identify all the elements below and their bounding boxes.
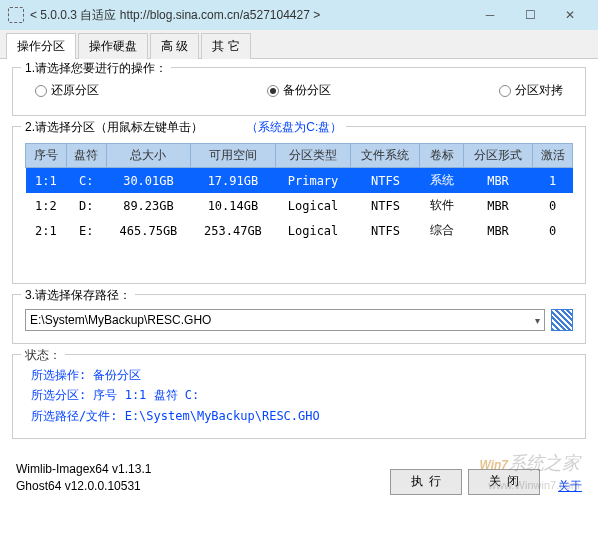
- col-2[interactable]: 总大小: [106, 144, 190, 168]
- tab-advanced[interactable]: 高 级: [150, 33, 199, 59]
- app-icon: [8, 7, 24, 23]
- maximize-button[interactable]: ☐: [510, 1, 550, 29]
- radio-restore[interactable]: 还原分区: [35, 82, 99, 99]
- execute-button[interactable]: 执行: [390, 469, 462, 495]
- version-ghost: Ghost64 v12.0.0.10531: [16, 478, 384, 495]
- col-4[interactable]: 分区类型: [275, 144, 351, 168]
- radio-copy[interactable]: 分区对拷: [499, 82, 563, 99]
- close-button[interactable]: ✕: [550, 1, 590, 29]
- version-block: Wimlib-Imagex64 v1.13.1 Ghost64 v12.0.0.…: [16, 461, 384, 495]
- path-label: 3.请选择保存路径：: [21, 287, 135, 304]
- radio-restore-label: 还原分区: [51, 82, 99, 99]
- partition-group: 2.请选择分区（用鼠标左键单击） （系统盘为C:盘） 序号盘符总大小可用空间分区…: [12, 126, 586, 284]
- radio-copy-label: 分区对拷: [515, 82, 563, 99]
- partition-label: 2.请选择分区（用鼠标左键单击） （系统盘为C:盘）: [21, 119, 346, 136]
- chevron-down-icon: ▾: [535, 315, 540, 326]
- title-bar: < 5.0.0.3 自适应 http://blog.sina.com.cn/a5…: [0, 0, 598, 30]
- status-line-path: 所选路径/文件: E:\System\MyBackup\RESC.GHO: [31, 406, 573, 426]
- col-6[interactable]: 卷标: [420, 144, 464, 168]
- col-5[interactable]: 文件系统: [351, 144, 420, 168]
- minimize-button[interactable]: ─: [470, 1, 510, 29]
- col-8[interactable]: 激活: [533, 144, 573, 168]
- footer: Wimlib-Imagex64 v1.13.1 Ghost64 v12.0.0.…: [0, 457, 598, 503]
- radio-backup[interactable]: 备份分区: [267, 82, 331, 99]
- tab-bar: 操作分区 操作硬盘 高 级 其 它: [0, 30, 598, 59]
- tab-partition[interactable]: 操作分区: [6, 33, 76, 59]
- status-line-op: 所选操作: 备份分区: [31, 365, 573, 385]
- tab-other[interactable]: 其 它: [201, 33, 250, 59]
- col-7[interactable]: 分区形式: [464, 144, 533, 168]
- table-row[interactable]: 2:1E:465.75GB253.47GBLogicalNTFS综合MBR0: [26, 218, 573, 243]
- system-disk-note: （系统盘为C:盘）: [246, 120, 342, 134]
- operation-label: 1.请选择您要进行的操作：: [21, 60, 171, 77]
- watermark-url: www.Winwin7.com: [488, 479, 580, 491]
- path-combo[interactable]: E:\System\MyBackup\RESC.GHO ▾: [25, 309, 545, 331]
- partition-table: 序号盘符总大小可用空间分区类型文件系统卷标分区形式激活 1:1C:30.01GB…: [25, 143, 573, 243]
- version-wimlib: Wimlib-Imagex64 v1.13.1: [16, 461, 384, 478]
- table-row[interactable]: 1:1C:30.01GB17.91GBPrimaryNTFS系统MBR1: [26, 168, 573, 194]
- operation-group: 1.请选择您要进行的操作： 还原分区 备份分区 分区对拷: [12, 67, 586, 116]
- path-value: E:\System\MyBackup\RESC.GHO: [30, 313, 211, 327]
- col-3[interactable]: 可用空间: [191, 144, 275, 168]
- radio-backup-label: 备份分区: [283, 82, 331, 99]
- table-row[interactable]: 1:2D:89.23GB10.14GBLogicalNTFS软件MBR0: [26, 193, 573, 218]
- status-line-part: 所选分区: 序号 1:1 盘符 C:: [31, 385, 573, 405]
- main-pane: 1.请选择您要进行的操作： 还原分区 备份分区 分区对拷 2.请选择分区（用鼠标…: [0, 59, 598, 457]
- path-group: 3.请选择保存路径： E:\System\MyBackup\RESC.GHO ▾: [12, 294, 586, 344]
- col-0[interactable]: 序号: [26, 144, 67, 168]
- status-group: 状态： 所选操作: 备份分区 所选分区: 序号 1:1 盘符 C: 所选路径/文…: [12, 354, 586, 439]
- window-title: < 5.0.0.3 自适应 http://blog.sina.com.cn/a5…: [30, 7, 470, 24]
- browse-button[interactable]: [551, 309, 573, 331]
- col-1[interactable]: 盘符: [66, 144, 106, 168]
- tab-disk[interactable]: 操作硬盘: [78, 33, 148, 59]
- status-header: 状态：: [21, 347, 65, 364]
